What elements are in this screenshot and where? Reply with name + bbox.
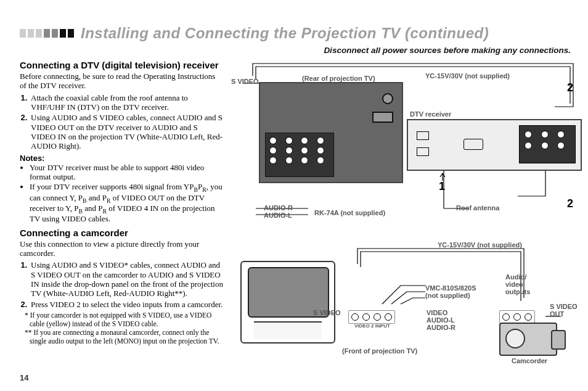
connection-diagrams: S VIDEO (Rear of projection TV) YC-15V/3… <box>234 57 571 378</box>
callout-2-upper: 2 <box>567 82 573 94</box>
camcorder-av-jacks <box>499 310 535 324</box>
label-yc-lower: YC-15V/30V (not supplied) <box>438 241 522 249</box>
projection-tv-front <box>240 261 335 344</box>
front-input-panel <box>348 310 395 324</box>
label-yc-upper: YC-15V/30V (not supplied) <box>425 72 510 80</box>
section2-step2: Press VIDEO 2 to select the video inputs… <box>30 300 223 309</box>
callout-2-lower: 2 <box>567 198 573 210</box>
section1-step1: Attach the coaxial cable from the roof a… <box>30 93 223 112</box>
projection-tv-rear <box>259 82 403 183</box>
label-front: (Front of projection TV) <box>342 347 417 355</box>
label-audio-l: AUDIO-L <box>264 212 292 219</box>
dtv-receiver <box>407 119 582 171</box>
camcorder <box>499 323 557 356</box>
callout-1: 1 <box>439 181 445 193</box>
section1-heading: Connecting a DTV (digital television) re… <box>20 60 223 70</box>
label-roof: Roof antenna <box>456 204 499 212</box>
notes-heading: Notes: <box>20 154 223 163</box>
label-av-stack: VIDEO AUDIO-L AUDIO-R <box>427 309 455 331</box>
label-svideo-upper: S VIDEO <box>231 78 259 85</box>
header-logo <box>20 29 75 38</box>
label-camcorder: Camcorder <box>512 357 547 364</box>
label-audio-r: AUDIO-R <box>264 204 293 212</box>
section1-step2: Using AUDIO and S VIDEO cables, connect … <box>30 113 223 150</box>
section2-intro: Use this connection to view a picture di… <box>20 239 223 258</box>
label-vmc: VMC-810S/820S (not supplied) <box>425 284 476 299</box>
label-svideo-lower: S VIDEO <box>313 309 341 316</box>
warning-text: Disconnect all power sources before maki… <box>20 46 571 55</box>
page-number: 14 <box>20 373 28 382</box>
footnote2: ** If you are connecting a monaural camc… <box>20 329 223 345</box>
label-video2-input: VIDEO 2 INPUT <box>354 324 390 329</box>
label-svideo-out: S VIDEO OUT <box>550 303 578 318</box>
label-dtv: DTV receiver <box>410 110 451 118</box>
note1: Your DTV receiver must be able to suppor… <box>30 163 223 182</box>
footnote1: * If your camcorder is not equipped with… <box>20 311 223 328</box>
section2-heading: Connecting a camcorder <box>20 228 223 238</box>
page-title: Installing and Connecting the Projection… <box>81 25 489 42</box>
label-rk: RK-74A (not supplied) <box>314 209 385 216</box>
section1-intro: Before connecting, be sure to read the O… <box>20 72 223 91</box>
section2-step1: Using AUDIO and S VIDEO* cables, connect… <box>30 260 223 298</box>
note2: If your DTV receiver supports 480i signa… <box>30 182 223 223</box>
label-av-outputs: Audio/ video outputs <box>505 273 530 295</box>
label-rear: (Rear of projection TV) <box>302 75 375 82</box>
